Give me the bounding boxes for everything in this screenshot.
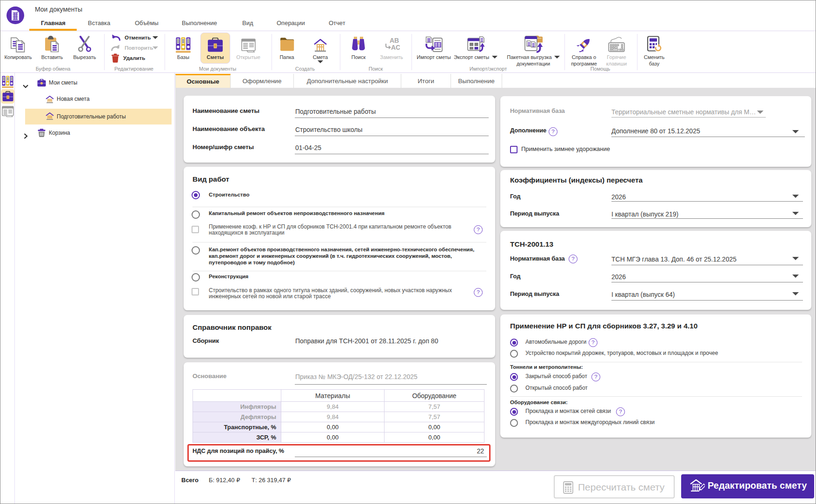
svg-text:AC: AC — [391, 44, 400, 51]
svg-text:AB: AB — [390, 37, 399, 44]
